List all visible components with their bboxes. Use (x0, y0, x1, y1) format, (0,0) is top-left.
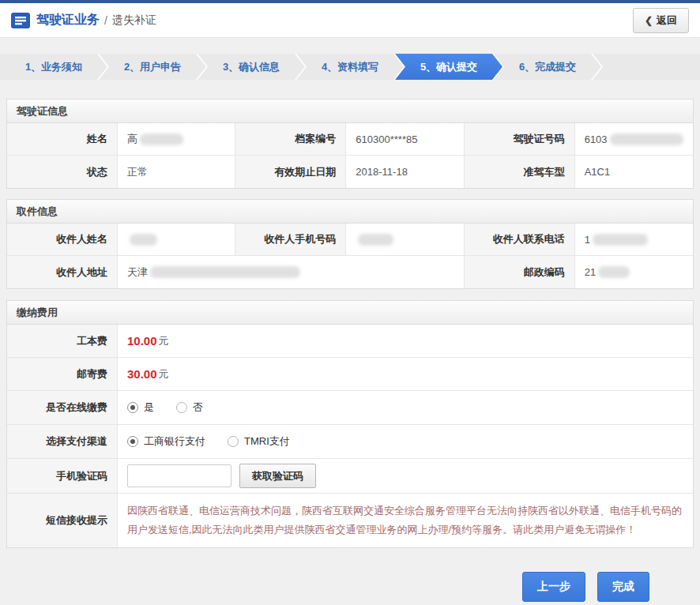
field-label: 手机验证码 (7, 459, 118, 493)
sms-code-input[interactable] (127, 464, 231, 487)
field-value: 21 (575, 256, 693, 288)
breadcrumb-separator: / (104, 14, 107, 27)
back-button[interactable]: ❮ 返回 (633, 8, 689, 33)
step-5: 5、确认提交 (395, 54, 502, 80)
page-header: 驾驶证业务 / 遗失补证 ❮ 返回 (0, 3, 700, 38)
field-value: 610300****85 (346, 123, 464, 155)
field-value: A1C1 (575, 156, 693, 188)
field-value: 高 (118, 123, 235, 155)
radio-online-no[interactable]: 否 (176, 400, 203, 415)
page-subtitle: 遗失补证 (112, 13, 156, 28)
field-label: 工本费 (7, 325, 118, 357)
redacted-value (358, 234, 393, 246)
back-chevron-icon: ❮ (645, 15, 653, 26)
redacted-value (610, 133, 683, 145)
step-2: 2、用户申告 (99, 54, 206, 80)
field-label: 有效期止日期 (235, 156, 346, 188)
step-1: 1、业务须知 (0, 54, 107, 80)
field-value: 1 (575, 224, 693, 255)
radio-label: 否 (193, 400, 203, 415)
section-title: 驾驶证信息 (7, 100, 693, 123)
field-value: 是 否 (118, 391, 693, 424)
field-value: 因陕西省联通、电信运营商技术问题，陕西省互联网交通安全综合服务管理平台无法向持陕… (118, 494, 693, 547)
field-label: 是否在线缴费 (7, 391, 118, 424)
field-label: 状态 (7, 156, 118, 188)
redacted-value (593, 234, 648, 246)
field-value (346, 224, 464, 255)
table-row: 工本费 10.00 元 (7, 325, 693, 358)
field-value: 获取验证码 (118, 459, 693, 493)
field-value: 正常 (118, 156, 235, 188)
radio-icon[interactable] (228, 436, 239, 447)
prev-step-button[interactable]: 上一步 (522, 572, 585, 602)
table-row: 收件人姓名 收件人手机号码 收件人联系电话 1 (7, 224, 693, 256)
section-license-info: 驾驶证信息 姓名 高 档案编号 610300****85 驾驶证号码 6103 … (6, 99, 694, 189)
finish-button[interactable]: 完成 (597, 572, 649, 602)
form-list-icon (11, 13, 30, 28)
page-title: 驾驶证业务 (36, 12, 100, 28)
field-label: 收件人手机号码 (235, 224, 346, 255)
fee-unit: 元 (159, 334, 169, 348)
field-label: 收件人联系电话 (465, 224, 575, 255)
steps-tail (593, 54, 700, 80)
table-row: 选择支付渠道 工商银行支付 TMRI支付 (7, 425, 693, 459)
table-row: 状态 正常 有效期止日期 2018-11-18 准驾车型 A1C1 (7, 156, 693, 188)
radio-channel-icbc[interactable]: 工商银行支付 (127, 434, 205, 449)
step-3: 3、确认信息 (198, 54, 305, 80)
section-title: 取件信息 (7, 200, 693, 224)
redacted-value (140, 133, 183, 145)
field-value: 6103 (575, 123, 693, 155)
table-row: 短信接收提示 因陕西省联通、电信运营商技术问题，陕西省互联网交通安全综合服务管理… (7, 494, 693, 547)
field-label: 驾驶证号码 (465, 123, 575, 155)
fee-amount: 30.00 (127, 367, 157, 381)
table-row: 邮寄费 30.00 元 (7, 358, 693, 391)
get-code-button[interactable]: 获取验证码 (239, 464, 316, 488)
field-value: 10.00 元 (118, 325, 693, 357)
redacted-value (150, 266, 300, 278)
field-value: 天津 (118, 256, 465, 288)
radio-icon[interactable] (127, 402, 138, 413)
radio-icon[interactable] (127, 436, 138, 447)
section-title: 缴纳费用 (7, 301, 693, 325)
field-value: 工商银行支付 TMRI支付 (118, 425, 693, 458)
field-label: 收件人姓名 (7, 224, 118, 255)
table-row: 姓名 高 档案编号 610300****85 驾驶证号码 6103 (7, 123, 693, 156)
fee-unit: 元 (159, 367, 169, 381)
step-6: 6、完成提交 (494, 54, 601, 80)
radio-label: 工商银行支付 (144, 434, 205, 449)
field-value: 30.00 元 (118, 358, 693, 390)
field-value: 2018-11-18 (346, 156, 464, 188)
fee-amount: 10.00 (127, 334, 157, 348)
field-label: 档案编号 (235, 123, 346, 155)
radio-label: TMRI支付 (244, 434, 290, 449)
footer-actions: 上一步 完成 (6, 572, 694, 602)
wizard-steps: 1、业务须知 2、用户申告 3、确认信息 4、资料填写 5、确认提交 6、完成提… (0, 54, 700, 80)
section-pickup-info: 取件信息 收件人姓名 收件人手机号码 收件人联系电话 1 收件人地址 (6, 199, 694, 289)
back-button-label: 返回 (657, 13, 677, 28)
field-label: 准驾车型 (465, 156, 575, 188)
field-label: 收件人地址 (7, 256, 118, 288)
field-label: 选择支付渠道 (7, 425, 118, 458)
table-row: 是否在线缴费 是 否 (7, 391, 693, 425)
radio-icon[interactable] (176, 402, 187, 413)
field-value (118, 224, 235, 255)
table-row: 收件人地址 天津 邮政编码 21 (7, 256, 693, 288)
radio-label: 是 (144, 400, 154, 415)
sms-notice-text: 因陕西省联通、电信运营商技术问题，陕西省互联网交通安全综合服务管理平台无法向持陕… (118, 494, 693, 547)
radio-online-yes[interactable]: 是 (127, 400, 154, 415)
section-fees: 缴纳费用 工本费 10.00 元 邮寄费 30.00 元 是否在线缴费 是 (6, 300, 694, 548)
redacted-value (598, 266, 630, 278)
field-label: 邮寄费 (7, 358, 118, 390)
table-row: 手机验证码 获取验证码 (7, 459, 693, 494)
field-label: 短信接收提示 (7, 494, 118, 547)
redacted-value (130, 234, 157, 246)
radio-channel-tmri[interactable]: TMRI支付 (228, 434, 290, 449)
step-4: 4、资料填写 (296, 54, 404, 80)
field-label: 邮政编码 (465, 256, 575, 288)
field-label: 姓名 (7, 123, 118, 155)
